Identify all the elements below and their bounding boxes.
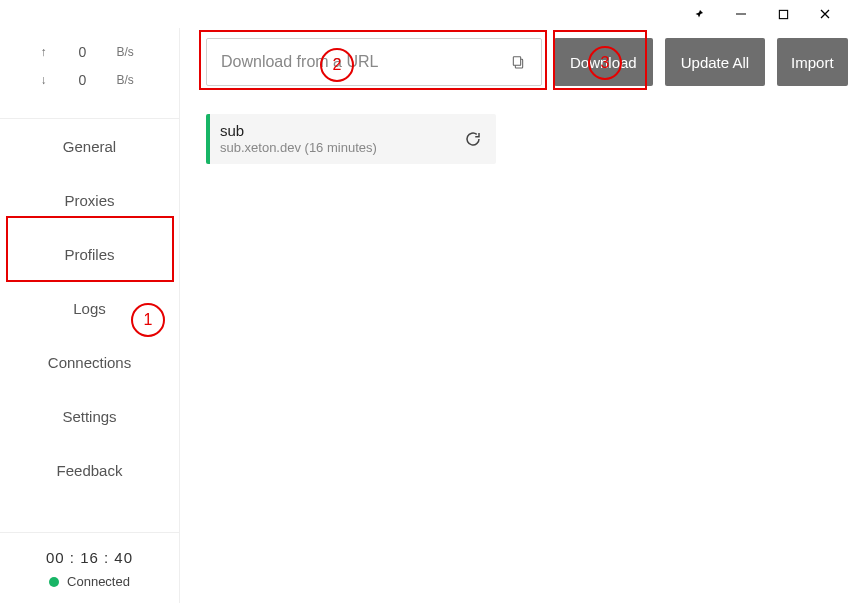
upload-speed-row: ↑ 0 B/s [0, 38, 179, 66]
status-time: 00 : 16 : 40 [46, 549, 133, 566]
nav: General Proxies Profiles Logs Connection… [0, 118, 179, 497]
window-titlebar [0, 0, 850, 28]
url-input[interactable] [221, 53, 505, 71]
speed-block: ↑ 0 B/s ↓ 0 B/s [0, 28, 179, 112]
nav-item-logs[interactable]: Logs [0, 281, 179, 335]
svg-rect-1 [779, 10, 787, 18]
nav-label: Logs [73, 300, 106, 317]
button-label: Import [791, 54, 834, 71]
status-dot-icon [49, 577, 59, 587]
download-speed-value: 0 [73, 72, 93, 88]
nav-label: Proxies [64, 192, 114, 209]
toolbar: Download Update All Import [206, 38, 824, 86]
profile-meta: sub.xeton.dev (16 minutes) [220, 140, 454, 157]
nav-item-proxies[interactable]: Proxies [0, 173, 179, 227]
pin-icon[interactable] [678, 0, 720, 28]
arrow-down-icon: ↓ [39, 73, 49, 87]
download-button[interactable]: Download [554, 38, 653, 86]
sidebar: ↑ 0 B/s ↓ 0 B/s General Proxies Profiles… [0, 28, 180, 603]
import-button[interactable]: Import [777, 38, 848, 86]
nav-label: Settings [62, 408, 116, 425]
profile-card[interactable]: sub sub.xeton.dev (16 minutes) [206, 114, 496, 164]
status-connection: Connected [49, 574, 130, 589]
minimize-button[interactable] [720, 0, 762, 28]
nav-item-feedback[interactable]: Feedback [0, 443, 179, 497]
nav-item-general[interactable]: General [0, 119, 179, 173]
profile-info: sub sub.xeton.dev (16 minutes) [210, 116, 462, 163]
nav-item-connections[interactable]: Connections [0, 335, 179, 389]
download-speed-unit: B/s [117, 73, 141, 87]
button-label: Update All [681, 54, 749, 71]
paste-icon[interactable] [505, 49, 531, 75]
status-block: 00 : 16 : 40 Connected [0, 532, 179, 603]
status-label: Connected [67, 574, 130, 589]
close-button[interactable] [804, 0, 846, 28]
upload-speed-unit: B/s [117, 45, 141, 59]
update-all-button[interactable]: Update All [665, 38, 765, 86]
nav-label: Connections [48, 354, 131, 371]
nav-item-profiles[interactable]: Profiles [0, 227, 179, 281]
svg-rect-0 [736, 14, 746, 15]
button-label: Download [570, 54, 637, 71]
profile-name: sub [220, 122, 454, 140]
nav-label: Feedback [57, 462, 123, 479]
maximize-button[interactable] [762, 0, 804, 28]
refresh-icon[interactable] [462, 128, 484, 150]
url-input-box[interactable] [206, 38, 542, 86]
arrow-up-icon: ↑ [39, 45, 49, 59]
nav-label: Profiles [64, 246, 114, 263]
upload-speed-value: 0 [73, 44, 93, 60]
nav-item-settings[interactable]: Settings [0, 389, 179, 443]
download-speed-row: ↓ 0 B/s [0, 66, 179, 94]
nav-label: General [63, 138, 116, 155]
svg-rect-3 [513, 57, 520, 66]
main-content: Download Update All Import sub sub.xeton… [180, 28, 850, 603]
